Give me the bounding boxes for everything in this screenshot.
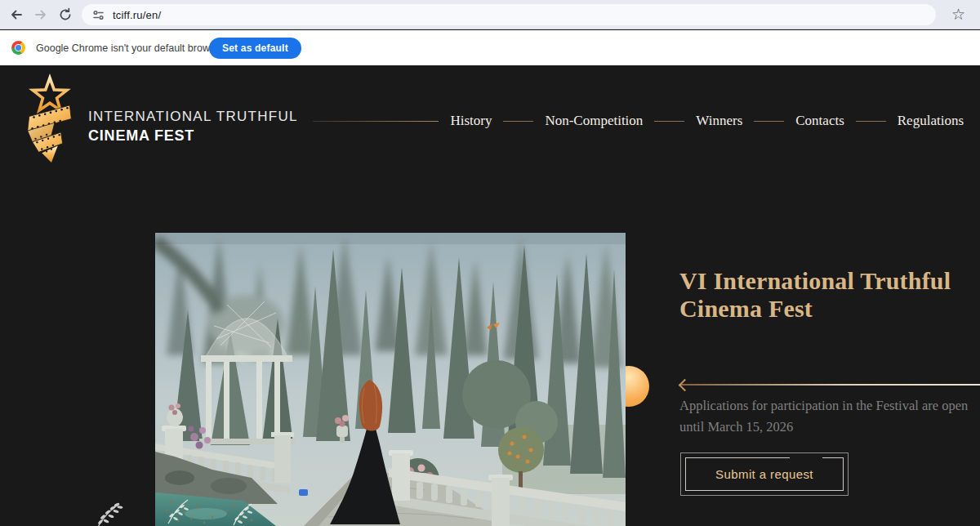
browser-window: tciff.ru/en/ ☆ Google Chrome isn't your … xyxy=(0,0,980,526)
nav-divider xyxy=(754,121,784,122)
set-as-default-button[interactable]: Set as default xyxy=(209,38,301,59)
nav-item-winners[interactable]: Winners xyxy=(696,113,742,129)
main-navigation: History Non-Competition Winners Contacts… xyxy=(313,110,964,132)
nav-divider xyxy=(654,121,684,122)
cta-label: Submit a request xyxy=(681,453,848,495)
nav-item-contacts[interactable]: Contacts xyxy=(795,113,844,129)
brand-line-1: INTERNATIONAL TRUTHFUL xyxy=(88,109,298,125)
slider-prev-arrow[interactable] xyxy=(679,384,980,386)
brand-line-2: CINEMA FEST xyxy=(88,127,298,145)
url-bar[interactable]: tciff.ru/en/ xyxy=(82,4,936,25)
festival-logo[interactable] xyxy=(20,72,80,167)
hero-slider-image[interactable] xyxy=(155,233,626,526)
browser-toolbar: tciff.ru/en/ ☆ xyxy=(0,0,980,29)
infobar-message: Google Chrome isn't your default browser xyxy=(36,30,224,65)
nav-divider xyxy=(503,121,533,122)
festival-page: INTERNATIONAL TRUTHFUL CINEMA FEST Histo… xyxy=(0,65,980,526)
laurel-branch-decoration xyxy=(91,489,127,526)
back-icon[interactable] xyxy=(8,7,24,23)
nav-item-history[interactable]: History xyxy=(450,113,492,129)
nav-item-regulations[interactable]: Regulations xyxy=(898,113,964,129)
hero-title: VI International Truthful Cinema Fest xyxy=(679,267,961,323)
nav-item-non-competition[interactable]: Non-Competition xyxy=(545,113,643,129)
forward-icon[interactable] xyxy=(33,7,49,23)
chrome-logo-icon xyxy=(11,41,25,55)
reload-icon[interactable] xyxy=(57,7,74,23)
hero-subtitle: Applications for participation in the Fe… xyxy=(679,395,980,438)
site-settings-icon[interactable] xyxy=(91,8,105,22)
submit-request-button[interactable]: Submit a request xyxy=(680,452,849,496)
default-browser-infobar: Google Chrome isn't your default browser… xyxy=(0,30,980,65)
nav-divider xyxy=(313,121,439,122)
url-text[interactable]: tciff.ru/en/ xyxy=(113,9,161,21)
nav-divider xyxy=(856,121,886,122)
bookmark-star-icon[interactable]: ☆ xyxy=(951,4,965,25)
brand-text[interactable]: INTERNATIONAL TRUTHFUL CINEMA FEST xyxy=(88,109,298,145)
